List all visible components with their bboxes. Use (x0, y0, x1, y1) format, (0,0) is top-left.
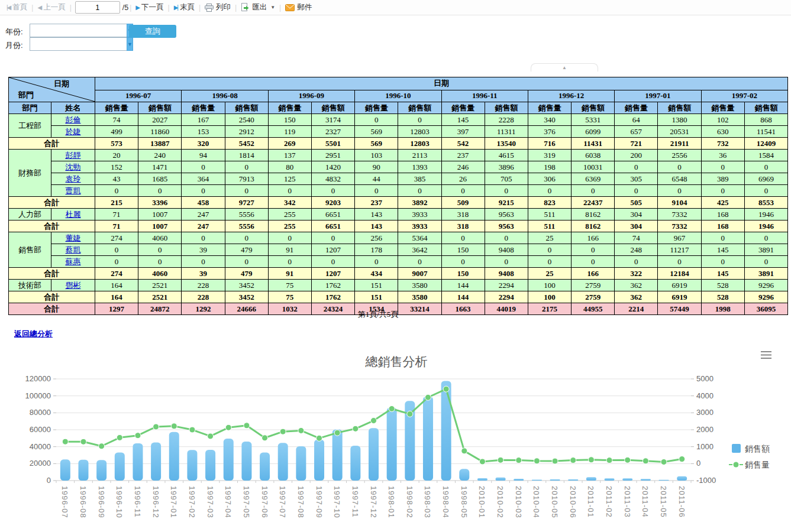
employee-link[interactable]: 彭靜 (66, 151, 81, 160)
line-dot[interactable] (334, 430, 340, 436)
line-dot[interactable] (443, 386, 449, 392)
line-dot[interactable] (189, 427, 195, 433)
bar[interactable] (641, 479, 651, 481)
bar[interactable] (387, 408, 397, 481)
export-button[interactable]: 匯出 ▼ (241, 2, 275, 12)
bar[interactable] (459, 469, 469, 481)
bar[interactable] (205, 450, 215, 481)
bar[interactable] (278, 443, 288, 481)
line-dot[interactable] (371, 418, 377, 424)
bar[interactable] (532, 480, 542, 481)
bar[interactable] (133, 443, 143, 481)
bar[interactable] (568, 479, 578, 481)
bar[interactable] (115, 452, 125, 481)
last-page-button[interactable]: ▶| 末頁 (174, 2, 195, 12)
back-to-summary-link[interactable]: 返回總分析 (14, 329, 53, 339)
employee-link[interactable]: 董婕 (66, 233, 81, 242)
line-dot[interactable] (262, 435, 268, 441)
bar[interactable] (605, 478, 615, 481)
line-dot[interactable] (588, 457, 594, 463)
line-dot[interactable] (552, 458, 558, 464)
line-dot[interactable] (461, 448, 467, 454)
line-dot[interactable] (208, 433, 214, 439)
bar[interactable] (550, 479, 560, 481)
line-dot[interactable] (606, 458, 612, 463)
bar[interactable] (260, 453, 270, 481)
line-dot[interactable] (353, 426, 359, 432)
employee-link[interactable]: 蘇惠 (66, 257, 81, 266)
bar[interactable] (677, 476, 687, 481)
bar[interactable] (151, 443, 161, 481)
line-dot[interactable] (225, 424, 231, 430)
line-dot[interactable] (117, 434, 122, 440)
bar[interactable] (78, 460, 88, 481)
line-dot[interactable] (244, 423, 250, 429)
next-page-button[interactable]: ▶ 下一頁 (135, 2, 163, 12)
line-dot[interactable] (99, 443, 105, 449)
print-button[interactable]: 列印 (205, 2, 231, 12)
line-dot[interactable] (661, 459, 667, 465)
month-input[interactable] (30, 37, 127, 51)
line-dot[interactable] (62, 439, 68, 445)
line-dot[interactable] (171, 423, 177, 429)
month-dropdown-arrow-icon[interactable]: ▼ (127, 37, 133, 51)
employee-link[interactable]: 於婕 (66, 127, 81, 136)
line-dot[interactable] (298, 427, 304, 433)
month-dropdown[interactable]: ▼ (30, 37, 106, 51)
bar[interactable] (350, 446, 360, 481)
line-dot[interactable] (407, 411, 413, 417)
chart-menu-icon[interactable] (761, 352, 771, 358)
line-dot[interactable] (625, 457, 631, 463)
bar[interactable] (314, 440, 324, 481)
line-dot[interactable] (534, 458, 540, 464)
line-dot[interactable] (679, 456, 685, 462)
line-dot[interactable] (643, 458, 648, 464)
bar[interactable] (441, 381, 451, 481)
employee-link[interactable]: 鄧彬 (66, 281, 81, 290)
bar[interactable] (60, 459, 70, 481)
prev-page-button[interactable]: ◀ 上一頁 (37, 2, 65, 12)
line-dot[interactable] (153, 424, 159, 430)
bar[interactable] (169, 432, 179, 481)
legend-bar-label[interactable]: 銷售額 (745, 444, 770, 453)
page-number-input[interactable] (75, 1, 120, 14)
line-dot[interactable] (425, 394, 431, 400)
bar[interactable] (514, 479, 524, 481)
line-dot[interactable] (80, 439, 86, 445)
bar[interactable] (187, 450, 197, 481)
line-dot[interactable] (280, 429, 286, 434)
legend-dot-icon[interactable] (734, 462, 739, 468)
year-dropdown[interactable]: ▼ (30, 24, 106, 37)
year-input[interactable] (30, 24, 127, 37)
employee-link[interactable]: 彭倫 (66, 115, 81, 124)
line-dot[interactable] (317, 435, 322, 441)
bar[interactable] (241, 442, 251, 481)
mail-button[interactable]: 郵件 (285, 2, 312, 12)
bar[interactable] (96, 460, 106, 481)
employee-link[interactable]: 袁玲 (66, 174, 81, 183)
bar[interactable] (622, 478, 632, 481)
bar[interactable] (659, 480, 669, 481)
legend-line-label[interactable]: 銷售量 (745, 460, 770, 469)
bar[interactable] (296, 446, 306, 481)
employee-link[interactable]: 曹凱 (66, 186, 81, 195)
first-page-button[interactable]: |◀ 首頁 (7, 2, 27, 12)
collapse-panel-handle[interactable]: ▲ (531, 63, 598, 72)
line-dot[interactable] (135, 433, 141, 439)
line-dot[interactable] (389, 406, 395, 411)
employee-link[interactable]: 沈勁 (66, 163, 81, 171)
legend-bar-swatch-icon[interactable] (732, 444, 741, 453)
employee-link[interactable]: 蔡凱 (66, 245, 81, 254)
bar[interactable] (477, 478, 487, 481)
line-dot[interactable] (516, 458, 522, 463)
line-dot[interactable] (570, 458, 576, 463)
line-dot[interactable] (479, 459, 485, 465)
bar[interactable] (224, 439, 234, 481)
bar[interactable] (586, 477, 596, 481)
bar[interactable] (332, 429, 343, 481)
line-dot[interactable] (498, 457, 503, 463)
bar[interactable] (369, 428, 379, 481)
bar[interactable] (496, 478, 506, 481)
employee-link[interactable]: 杜麗 (66, 210, 81, 219)
query-button[interactable]: 查詢 (129, 25, 176, 38)
